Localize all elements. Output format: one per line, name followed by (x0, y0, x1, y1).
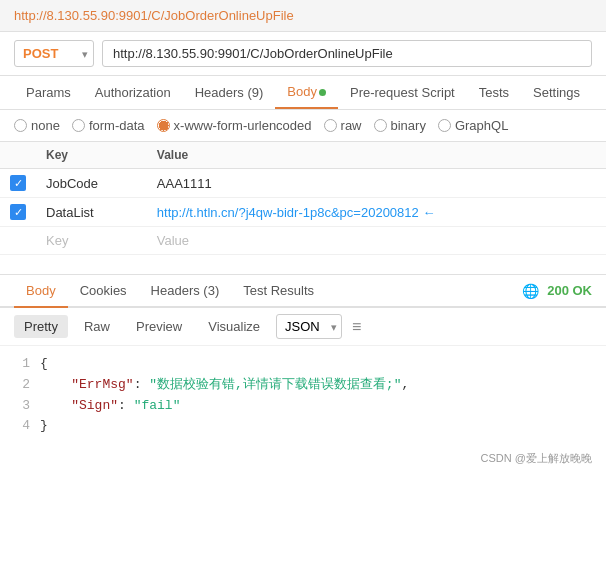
body-type-raw[interactable]: raw (324, 118, 362, 133)
line-num-3: 3 (14, 396, 30, 417)
body-type-urlencoded[interactable]: x-www-form-urlencoded (157, 118, 312, 133)
code-line-4: 4 } (14, 416, 592, 437)
body-type-binary[interactable]: binary (374, 118, 426, 133)
body-type-form-data[interactable]: form-data (72, 118, 145, 133)
code-line-1: 1 { (14, 354, 592, 375)
check-cell-2[interactable]: ✓ (0, 198, 36, 227)
top-bar: http://8.130.55.90:9901/C/JobOrderOnline… (0, 0, 606, 32)
response-tabs-row: Body Cookies Headers (3) Test Results 🌐 … (0, 275, 606, 308)
response-tabs-left: Body Cookies Headers (3) Test Results (14, 275, 326, 306)
response-status: 🌐 200 OK (522, 283, 592, 299)
fmt-btn-visualize[interactable]: Visualize (198, 315, 270, 338)
tab-authorization[interactable]: Authorization (83, 77, 183, 108)
status-text: 200 OK (547, 283, 592, 298)
col-key: Key (36, 142, 147, 169)
json-val-sign: "fail" (134, 398, 181, 413)
datalist-value: http://t.htln.cn/?j4qw-bidr-1p8c&pc=2020… (157, 205, 436, 220)
url-input[interactable] (102, 40, 592, 67)
fmt-btn-raw[interactable]: Raw (74, 315, 120, 338)
resp-tab-test-results[interactable]: Test Results (231, 275, 326, 306)
label-none: none (31, 118, 60, 133)
value-placeholder[interactable]: Value (147, 227, 606, 255)
radio-urlencoded (157, 119, 170, 132)
tab-tests[interactable]: Tests (467, 77, 521, 108)
radio-none (14, 119, 27, 132)
key-cell-1: JobCode (36, 169, 147, 198)
json-type-select[interactable]: JSON XML HTML Text (276, 314, 342, 339)
body-dot (319, 89, 326, 96)
format-row: Pretty Raw Preview Visualize JSON XML HT… (0, 308, 606, 346)
col-value: Value (147, 142, 606, 169)
resp-tab-cookies[interactable]: Cookies (68, 275, 139, 306)
key-placeholder[interactable]: Key (36, 227, 147, 255)
tab-settings[interactable]: Settings (521, 77, 592, 108)
params-table: Key Value ✓ JobCode AAA1111 ✓ DataList h… (0, 142, 606, 255)
check-cell-1[interactable]: ✓ (0, 169, 36, 198)
label-raw: raw (341, 118, 362, 133)
label-binary: binary (391, 118, 426, 133)
tab-pre-request[interactable]: Pre-request Script (338, 77, 467, 108)
globe-icon: 🌐 (522, 283, 539, 299)
body-type-graphql[interactable]: GraphQL (438, 118, 508, 133)
json-colon-1: : (134, 377, 150, 392)
line-num-4: 4 (14, 416, 30, 437)
check-cell-empty (0, 227, 36, 255)
table-row: ✓ DataList http://t.htln.cn/?j4qw-bidr-1… (0, 198, 606, 227)
label-form-data: form-data (89, 118, 145, 133)
table-row: ✓ JobCode AAA1111 (0, 169, 606, 198)
radio-binary (374, 119, 387, 132)
code-line-2: 2 "ErrMsg": "数据校验有错,详情请下载错误数据查看;", (14, 375, 592, 396)
line-num-2: 2 (14, 375, 30, 396)
radio-graphql (438, 119, 451, 132)
resp-tab-body[interactable]: Body (14, 275, 68, 308)
json-colon-2: : (118, 398, 134, 413)
body-type-row: none form-data x-www-form-urlencoded raw… (0, 110, 606, 142)
spacer (0, 255, 606, 275)
watermark: CSDN @爱上解放晚晚 (0, 445, 606, 472)
watermark-text: CSDN @爱上解放晚晚 (481, 452, 592, 464)
line-content-1: { (40, 354, 592, 375)
json-key-sign: "Sign" (71, 398, 118, 413)
line-content-4: } (40, 416, 592, 437)
checkbox-2[interactable]: ✓ (10, 204, 26, 220)
key-cell-2: DataList (36, 198, 147, 227)
wrap-icon[interactable]: ≡ (352, 318, 361, 336)
col-check (0, 142, 36, 169)
line-content-3: "Sign": "fail" (40, 396, 592, 417)
request-row: POST (0, 32, 606, 76)
tab-body[interactable]: Body (275, 76, 338, 109)
radio-raw (324, 119, 337, 132)
json-comma-1: , (401, 377, 409, 392)
tab-headers[interactable]: Headers (9) (183, 77, 276, 108)
radio-form-data (72, 119, 85, 132)
resp-tab-headers[interactable]: Headers (3) (139, 275, 232, 306)
json-select-wrapper: JSON XML HTML Text (276, 314, 342, 339)
response-section: Body Cookies Headers (3) Test Results 🌐 … (0, 275, 606, 445)
line-num-1: 1 (14, 354, 30, 375)
method-wrapper: POST (14, 40, 94, 67)
json-val-errmsg: "数据校验有错,详情请下载错误数据查看;" (149, 377, 401, 392)
checkbox-1[interactable]: ✓ (10, 175, 26, 191)
method-select[interactable]: POST (14, 40, 94, 67)
label-urlencoded: x-www-form-urlencoded (174, 118, 312, 133)
line-content-2: "ErrMsg": "数据校验有错,详情请下载错误数据查看;", (40, 375, 592, 396)
table-row-empty: Key Value (0, 227, 606, 255)
fmt-btn-preview[interactable]: Preview (126, 315, 192, 338)
json-key-errmsg: "ErrMsg" (71, 377, 133, 392)
label-graphql: GraphQL (455, 118, 508, 133)
code-line-3: 3 "Sign": "fail" (14, 396, 592, 417)
body-type-none[interactable]: none (14, 118, 60, 133)
value-cell-2: http://t.htln.cn/?j4qw-bidr-1p8c&pc=2020… (147, 198, 606, 227)
code-area: 1 { 2 "ErrMsg": "数据校验有错,详情请下载错误数据查看;", 3… (0, 346, 606, 445)
value-cell-1: AAA1111 (147, 169, 606, 198)
tabs-row: Params Authorization Headers (9) Body Pr… (0, 76, 606, 110)
tab-params[interactable]: Params (14, 77, 83, 108)
fmt-btn-pretty[interactable]: Pretty (14, 315, 68, 338)
top-url: http://8.130.55.90:9901/C/JobOrderOnline… (14, 8, 294, 23)
